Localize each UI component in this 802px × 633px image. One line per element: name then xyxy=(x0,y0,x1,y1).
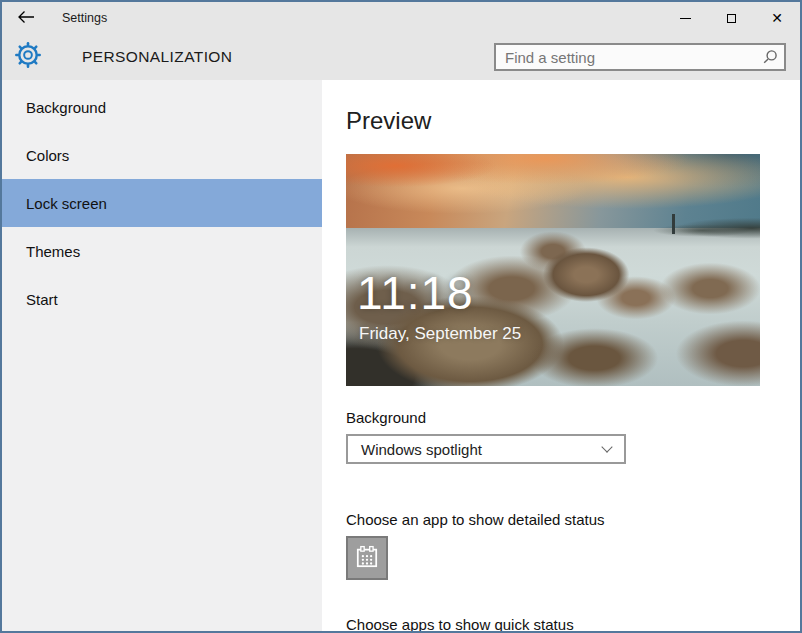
sidebar-item-label: Background xyxy=(26,99,106,116)
app-body: Background Colors Lock screen Themes Sta… xyxy=(2,80,800,631)
maximize-icon xyxy=(727,14,736,23)
gear-icon xyxy=(14,41,42,73)
back-arrow-icon xyxy=(17,10,35,27)
close-button[interactable]: ✕ xyxy=(754,2,800,34)
chevron-down-icon xyxy=(601,441,612,452)
main-content: Preview 11:18 Friday, September 25 Backg… xyxy=(322,80,800,631)
caption-buttons: ✕ xyxy=(662,2,800,34)
app-header: PERSONALIZATION xyxy=(2,34,800,80)
minimize-icon xyxy=(680,18,691,19)
detailed-status-label: Choose an app to show detailed status xyxy=(346,511,800,528)
minimize-button[interactable] xyxy=(662,2,708,34)
maximize-button[interactable] xyxy=(708,2,754,34)
section-title: Preview xyxy=(346,107,800,135)
quick-status-label: Choose apps to show quick status xyxy=(346,616,800,631)
sidebar-item-label: Colors xyxy=(26,147,69,164)
sidebar: Background Colors Lock screen Themes Sta… xyxy=(2,80,322,631)
sidebar-item-label: Themes xyxy=(26,243,80,260)
detailed-status-app-button[interactable] xyxy=(346,536,388,580)
sidebar-item-themes[interactable]: Themes xyxy=(2,227,322,275)
sidebar-item-label: Lock screen xyxy=(26,195,107,212)
lock-screen-preview: 11:18 Friday, September 25 xyxy=(346,154,760,386)
sidebar-item-start[interactable]: Start xyxy=(2,275,322,323)
back-button[interactable] xyxy=(2,2,50,34)
sidebar-item-label: Start xyxy=(26,291,58,308)
background-dropdown[interactable]: Windows spotlight xyxy=(346,434,626,464)
search-icon[interactable] xyxy=(762,49,778,69)
preview-time: 11:18 xyxy=(357,270,474,316)
search-box xyxy=(494,43,786,71)
page-title: PERSONALIZATION xyxy=(82,48,232,66)
window-title: Settings xyxy=(62,11,107,25)
titlebar: Settings ✕ xyxy=(2,2,800,34)
settings-window: Settings ✕ xyxy=(0,0,802,633)
sidebar-item-background[interactable]: Background xyxy=(2,83,322,131)
sidebar-item-lock-screen[interactable]: Lock screen xyxy=(2,179,322,227)
calendar-icon xyxy=(354,544,380,573)
preview-date: Friday, September 25 xyxy=(359,324,521,344)
search-input[interactable] xyxy=(494,43,786,71)
background-label: Background xyxy=(346,409,800,426)
close-icon: ✕ xyxy=(771,11,783,25)
sidebar-item-colors[interactable]: Colors xyxy=(2,131,322,179)
background-dropdown-value: Windows spotlight xyxy=(361,441,482,458)
